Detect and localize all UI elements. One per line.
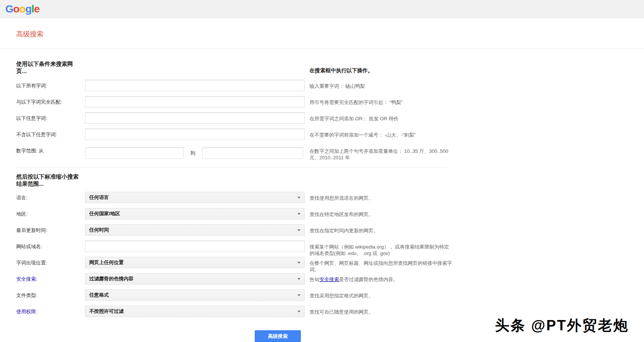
dropdown-arrow-icon	[297, 311, 300, 312]
dropdown-arrow-icon	[297, 262, 300, 264]
form-row: 安全搜索: 过滤露骨的色情内容 告知安全搜索是否过滤露骨的色情内容。	[16, 273, 644, 289]
logo-letter: l	[31, 3, 34, 15]
logo-letter: g	[25, 3, 31, 15]
form-row: 最后更新时间: 任何时间 查找在指定时间内更新的网页。	[16, 224, 644, 241]
page-title: 高级搜索	[16, 30, 644, 39]
site-domain-input[interactable]	[85, 241, 305, 252]
safe-search-hint: 告知安全搜索是否过滤露骨的色情内容。	[310, 273, 452, 289]
language-select[interactable]: 任何语言	[85, 192, 305, 203]
watermark: 头条 @PT外贸老炮	[495, 316, 629, 335]
none-words-hint: 在不需要的字词前添加一个减号： -山大、-“刺梨”	[310, 129, 452, 145]
logo-letter: e	[34, 3, 40, 15]
dropdown-arrow-icon	[297, 213, 300, 215]
form-row: 语言: 任何语言 查找使用您所选语言的网页。	[16, 192, 644, 208]
all-words-label: 以下所有字词:	[16, 80, 85, 96]
number-range-separator: 到	[190, 150, 195, 157]
safe-search-link[interactable]: 安全搜索	[319, 277, 339, 282]
form-row: 以下任意字词: 在所需字词之间添加 OR： 批发 OR 特价	[16, 112, 644, 129]
exact-phrase-hint: 用引号将需要完全匹配的字词引起： “鸭梨”	[310, 96, 452, 112]
any-words-hint: 在所需字词之间添加 OR： 批发 OR 特价	[310, 112, 452, 129]
logo-letter: o	[13, 3, 19, 15]
region-hint: 查找在特定地区发布的网页。	[310, 208, 452, 224]
usage-rights-label-link[interactable]: 使用权限:	[16, 306, 85, 322]
form-row: 文件类型: 任意格式 查找采用您指定格式的网页。	[16, 289, 644, 306]
dropdown-arrow-icon	[297, 229, 300, 231]
form-row: 不含以下任意字词: 在不需要的字词前添加一个减号： -山大、-“刺梨”	[16, 129, 644, 145]
number-range-from-input[interactable]	[85, 148, 184, 159]
form-row: 网站或域名: 搜索某个网站（例如 wikipedia.org）， 或将搜索结果限…	[16, 241, 644, 257]
logo-letter: G	[5, 3, 13, 15]
advanced-search-form: 使用以下条件来搜索网页... 在搜索框中执行以下操作。 以下所有字词: 输入重要…	[0, 49, 644, 342]
usage-rights-select[interactable]: 不按照许可过滤	[85, 306, 305, 317]
form-row: 以下所有字词: 输入重要字词： 砀山鸭梨	[16, 80, 644, 96]
exact-phrase-input[interactable]	[85, 96, 305, 107]
find-section-heading-right: 在搜索框中执行以下操作。	[310, 60, 452, 75]
terms-position-hint: 在整个网页、网页标题、网址或指向您所查找网页的链接中搜索字词。	[310, 257, 452, 273]
google-logo[interactable]: Google	[5, 3, 39, 15]
logo-letter: o	[19, 3, 25, 15]
all-words-hint: 输入重要字词： 砀山鸭梨	[310, 80, 452, 96]
dropdown-arrow-icon	[297, 294, 300, 296]
last-updated-label: 最后更新时间:	[16, 224, 85, 241]
language-label: 语言:	[16, 192, 85, 208]
form-row: 数字范围: 从 到 在数字之间加上两个句号并添加度量单位： 10..35 斤、3…	[16, 145, 644, 161]
title-bar: 高级搜索	[0, 18, 644, 49]
dropdown-arrow-icon	[297, 278, 300, 280]
section-divider	[16, 167, 446, 168]
find-section-heading-row: 使用以下条件来搜索网页... 在搜索框中执行以下操作。	[16, 60, 644, 75]
none-words-input[interactable]	[85, 129, 305, 140]
advanced-search-button[interactable]: 高级搜索	[255, 330, 301, 342]
form-row: 字词出现位置: 网页上任何位置 在整个网页、网页标题、网址或指向您所查找网页的链…	[16, 257, 644, 273]
any-words-label: 以下任意字词:	[16, 112, 85, 129]
narrow-section-heading: 然后按以下标准缩小搜索结果范围...	[16, 173, 81, 187]
top-bar: Google	[0, 0, 644, 18]
file-type-hint: 查找采用您指定格式的网页。	[310, 289, 452, 306]
last-updated-select[interactable]: 任何时间	[85, 224, 305, 236]
site-domain-label: 网站或域名:	[16, 241, 85, 257]
safe-search-label-link[interactable]: 安全搜索:	[16, 273, 85, 289]
safe-search-select[interactable]: 过滤露骨的色情内容	[85, 273, 305, 284]
dropdown-arrow-icon	[297, 197, 300, 199]
form-row: 与以下字词完全匹配: 用引号将需要完全匹配的字词引起： “鸭梨”	[16, 96, 644, 112]
all-words-input[interactable]	[85, 80, 305, 91]
form-row: 地区: 任何国家/地区 查找在特定地区发布的网页。	[16, 208, 644, 224]
site-domain-hint: 搜索某个网站（例如 wikipedia.org）， 或将搜索结果限制为特定的域名…	[310, 241, 452, 257]
terms-position-select[interactable]: 网页上任何位置	[85, 257, 305, 268]
language-hint: 查找使用您所选语言的网页。	[310, 192, 452, 208]
any-words-input[interactable]	[85, 112, 305, 124]
region-label: 地区:	[16, 208, 85, 224]
terms-position-label: 字词出现位置:	[16, 257, 85, 273]
exact-phrase-label: 与以下字词完全匹配:	[16, 96, 85, 112]
last-updated-hint: 查找在指定时间内更新的网页。	[310, 224, 452, 241]
file-type-label: 文件类型:	[16, 289, 85, 306]
find-section-heading: 使用以下条件来搜索网页...	[16, 60, 77, 75]
file-type-select[interactable]: 任意格式	[85, 289, 305, 301]
none-words-label: 不含以下任意字词:	[16, 129, 85, 145]
number-range-label: 数字范围: 从	[16, 145, 85, 161]
number-range-to-input[interactable]	[202, 148, 303, 159]
usage-rights-hint: 查找可自己随意使用的网页。	[310, 306, 452, 322]
region-select[interactable]: 任何国家/地区	[85, 208, 305, 219]
number-range-hint: 在数字之间加上两个句号并添加度量单位： 10..35 斤、300..500 元、…	[310, 145, 452, 161]
